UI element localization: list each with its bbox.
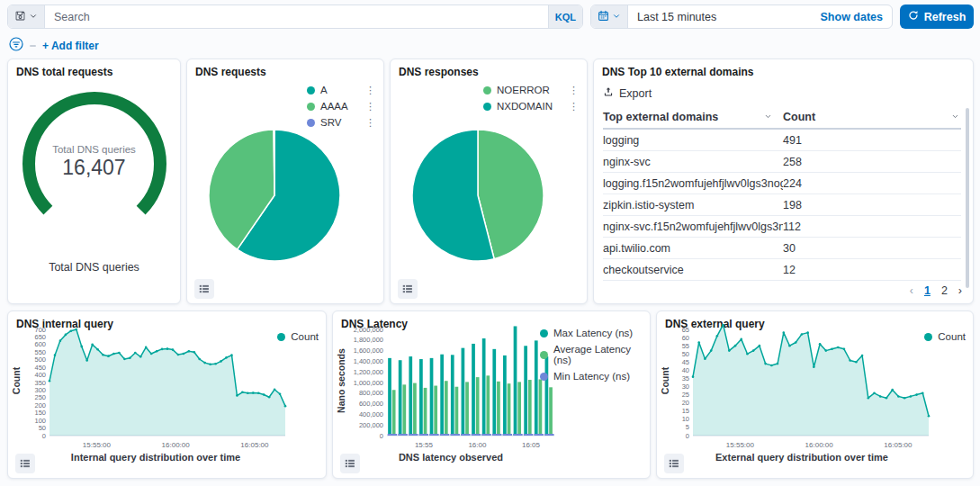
legend-item[interactable]: SRV ⋮: [307, 117, 375, 128]
legend-item[interactable]: Count: [924, 331, 966, 342]
filter-icon-button[interactable]: [9, 37, 23, 55]
legend-item[interactable]: NOERROR ⋮: [483, 85, 579, 95]
svg-text:50: 50: [682, 350, 689, 358]
domain-cell: zipkin.istio-system: [603, 199, 783, 212]
table-row: logging491: [603, 130, 961, 151]
panel-dns-external-query: DNS external query Count 051015202530354…: [656, 310, 974, 479]
legend-item[interactable]: NXDOMAIN ⋮: [483, 101, 579, 112]
svg-text:600,000: 600,000: [359, 400, 383, 408]
svg-text:200: 200: [34, 401, 46, 410]
column-header-domains[interactable]: Top external domains: [603, 106, 783, 128]
area-chart[interactable]: 0510152025303540455055606515:55:0016:00:…: [671, 324, 932, 450]
saved-query-menu-button[interactable]: [8, 5, 45, 28]
pie-chart[interactable]: [207, 128, 342, 263]
next-page-button[interactable]: ›: [958, 284, 962, 297]
svg-text:650: 650: [34, 333, 46, 341]
legend: Count: [277, 331, 319, 342]
svg-text:300: 300: [34, 386, 46, 394]
legend-item-menu-icon[interactable]: ⋮: [355, 86, 375, 95]
page-2-button[interactable]: 2: [941, 284, 948, 297]
add-filter-button[interactable]: + Add filter: [42, 40, 99, 52]
domain-cell: logging.f15n2womfujehfjlwv0lgs3nog....: [603, 177, 783, 190]
legend-item[interactable]: Count: [277, 331, 319, 342]
legend-item[interactable]: Max Latency (ns): [540, 328, 646, 338]
svg-text:15: 15: [682, 407, 689, 415]
panel-dns-requests: DNS requests A ⋮ AAAA ⋮ SRV ⋮: [186, 58, 384, 304]
table-scrollbar[interactable]: [966, 108, 969, 288]
legend-item-menu-icon[interactable]: ⋮: [355, 118, 375, 128]
legend-toggle-button[interactable]: [664, 454, 684, 473]
legend: Max Latency (ns) Average Latency (ns) Mi…: [540, 328, 646, 382]
domain-cell: nginx-svc.f15n2womfujehfjlwv0lgs3no...: [603, 220, 783, 233]
show-dates-button[interactable]: Show dates: [812, 5, 892, 28]
pie-chart[interactable]: [410, 128, 545, 263]
count-cell: 198: [783, 199, 961, 212]
svg-text:15:55:00: 15:55:00: [726, 441, 755, 449]
svg-text:400: 400: [34, 371, 46, 379]
legend-item[interactable]: Average Latency (ns): [540, 344, 646, 365]
refresh-icon: [908, 10, 919, 23]
pagination: ‹ 1 2 ›: [910, 284, 962, 297]
calendar-icon: [598, 9, 609, 25]
bar-chart[interactable]: 0200,000400,000600,000800,0001,000,0001,…: [344, 324, 558, 450]
svg-text:30: 30: [682, 382, 689, 391]
legend-dot: [277, 333, 285, 341]
svg-text:25: 25: [682, 391, 689, 399]
legend-item[interactable]: Min Latency (ns): [540, 371, 646, 382]
table-row: nginx-svc258: [603, 151, 961, 173]
page-1-button[interactable]: 1: [924, 284, 931, 297]
gauge-bottom-label: Total DNS queries: [8, 261, 180, 274]
count-cell: 112: [783, 220, 961, 233]
legend-toggle-button[interactable]: [15, 454, 35, 473]
legend-item[interactable]: AAAA ⋮: [307, 101, 375, 112]
panel-title: DNS responses: [399, 66, 479, 78]
legend-item-menu-icon[interactable]: ⋮: [355, 102, 375, 112]
svg-text:350: 350: [34, 379, 46, 387]
time-range-display[interactable]: Last 15 minutes: [628, 5, 812, 28]
date-picker: Last 15 minutes Show dates: [590, 4, 893, 29]
kql-button[interactable]: KQL: [548, 5, 582, 28]
svg-text:16:00:00: 16:00:00: [162, 441, 191, 449]
svg-text:50: 50: [39, 424, 46, 432]
count-cell: 258: [783, 156, 961, 168]
legend-item-menu-icon[interactable]: ⋮: [558, 86, 579, 95]
legend-toggle-button[interactable]: [398, 279, 418, 299]
query-bar: KQL Last 15 minutes Show dates Refresh: [7, 4, 974, 29]
svg-text:600: 600: [34, 340, 46, 348]
panel-dns-top-external-domains: DNS Top 10 external domains Export Top e…: [593, 58, 974, 304]
previous-page-button[interactable]: ‹: [910, 284, 913, 297]
search-input[interactable]: [45, 5, 548, 28]
svg-text:0: 0: [686, 432, 689, 440]
svg-text:1,600,000: 1,600,000: [354, 346, 383, 355]
legend-item[interactable]: A ⋮: [307, 85, 375, 95]
date-quick-menu-button[interactable]: [591, 5, 628, 28]
svg-text:150: 150: [34, 409, 46, 417]
svg-text:10: 10: [682, 415, 689, 423]
column-header-count[interactable]: Count: [783, 106, 961, 128]
chevron-down-icon: [951, 111, 959, 123]
svg-text:65: 65: [682, 326, 689, 334]
svg-text:800,000: 800,000: [359, 389, 383, 397]
legend-item-menu-icon[interactable]: ⋮: [558, 102, 579, 112]
table-row: checkoutservice12: [603, 259, 961, 281]
legend-toggle-button[interactable]: [194, 279, 214, 299]
svg-text:15:55:00: 15:55:00: [83, 441, 112, 449]
table-row: api.twilio.com30: [603, 238, 961, 259]
svg-text:20: 20: [682, 399, 689, 407]
panel-title: DNS Top 10 external domains: [602, 66, 754, 78]
legend-toggle-button[interactable]: [340, 454, 360, 473]
domain-cell: checkoutservice: [603, 264, 783, 276]
area-chart[interactable]: 0501001502002503003504004505005506006507…: [22, 324, 289, 450]
count-cell: 30: [783, 242, 961, 255]
chevron-down-icon: [764, 111, 772, 123]
table-header: Top external domains Count: [603, 106, 961, 130]
svg-text:250: 250: [34, 393, 46, 401]
table-row: nginx-svc.f15n2womfujehfjlwv0lgs3no...11…: [603, 216, 961, 238]
refresh-button[interactable]: Refresh: [900, 4, 974, 29]
export-icon: [603, 86, 614, 100]
svg-text:200,000: 200,000: [359, 421, 383, 429]
gauge-center-text: Total DNS queries 16,407: [8, 144, 180, 180]
legend-dot: [307, 103, 315, 111]
count-cell: 12: [783, 264, 961, 276]
export-button[interactable]: Export: [603, 86, 652, 100]
